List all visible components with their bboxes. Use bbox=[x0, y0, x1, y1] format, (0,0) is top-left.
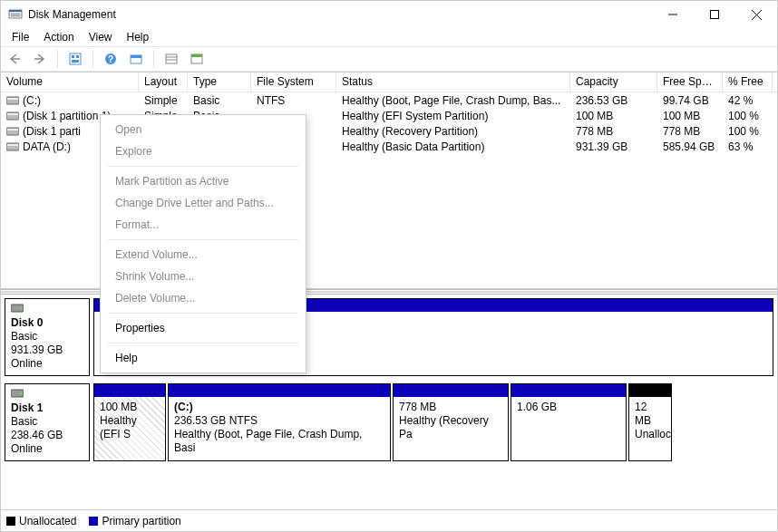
svg-rect-8 bbox=[70, 53, 81, 64]
svg-rect-11 bbox=[72, 60, 79, 63]
svg-rect-16 bbox=[166, 54, 177, 63]
disk-1-partition-3[interactable]: 1.06 GB bbox=[511, 383, 627, 461]
toolbar-icon-1[interactable] bbox=[126, 49, 146, 69]
menu-file[interactable]: File bbox=[5, 29, 36, 45]
disk-name: Disk 1 bbox=[11, 401, 83, 414]
partition-color-bar bbox=[169, 384, 390, 397]
disk-name: Disk 0 bbox=[11, 316, 83, 329]
svg-point-30 bbox=[20, 307, 22, 309]
drive-icon bbox=[6, 126, 19, 137]
col-free[interactable]: Free Spa... bbox=[657, 73, 723, 92]
col-pfree[interactable]: % Free bbox=[723, 73, 773, 92]
partition-color-bar bbox=[394, 384, 508, 397]
legend-unallocated: Unallocated bbox=[6, 515, 76, 527]
disk-management-window: Disk Management File Action View Help ? bbox=[0, 0, 778, 532]
legend-primary: Primary partition bbox=[89, 515, 180, 527]
disk-icon bbox=[11, 303, 24, 314]
ctx-properties[interactable]: Properties bbox=[101, 317, 306, 339]
maximize-button[interactable] bbox=[694, 1, 735, 28]
volume-list-header: Volume Layout Type File System Status Ca… bbox=[1, 73, 777, 92]
col-type[interactable]: Type bbox=[188, 73, 251, 92]
col-status[interactable]: Status bbox=[336, 73, 570, 92]
partition-color-bar bbox=[511, 384, 626, 397]
window-buttons bbox=[652, 1, 777, 28]
ctx-shrink[interactable]: Shrink Volume... bbox=[101, 266, 306, 287]
ctx-help[interactable]: Help bbox=[101, 347, 306, 369]
ctx-extend[interactable]: Extend Volume... bbox=[101, 244, 306, 266]
col-capacity[interactable]: Capacity bbox=[570, 73, 657, 92]
toolbar-icon-2[interactable] bbox=[161, 49, 181, 69]
menu-view[interactable]: View bbox=[82, 29, 120, 45]
svg-rect-1 bbox=[9, 10, 22, 12]
svg-rect-20 bbox=[191, 54, 202, 57]
window-title: Disk Management bbox=[28, 8, 652, 21]
svg-rect-2 bbox=[11, 14, 20, 15]
disk-state: Online bbox=[11, 442, 83, 455]
drive-icon bbox=[6, 141, 19, 152]
disk-state: Online bbox=[11, 357, 83, 370]
col-volume[interactable]: Volume bbox=[1, 73, 139, 92]
drive-icon bbox=[6, 111, 19, 121]
svg-rect-3 bbox=[11, 15, 20, 16]
partition-color-bar bbox=[629, 384, 671, 397]
back-button[interactable] bbox=[5, 49, 24, 69]
menu-action[interactable]: Action bbox=[36, 29, 81, 45]
menu-help[interactable]: Help bbox=[120, 29, 157, 45]
disk-size: 238.46 GB bbox=[11, 429, 83, 441]
disk-1-partition-4[interactable]: 12 MB Unalloc bbox=[628, 383, 672, 461]
close-button[interactable] bbox=[735, 1, 777, 28]
disk-1-partition-0[interactable]: 100 MB Healthy (EFI S bbox=[93, 383, 166, 461]
ctx-explore[interactable]: Explore bbox=[101, 140, 306, 162]
disk-size: 931.39 GB bbox=[11, 343, 83, 356]
col-fs[interactable]: File System bbox=[251, 73, 336, 92]
disk-type: Basic bbox=[11, 415, 83, 428]
volume-row[interactable]: (C:)SimpleBasicNTFSHealthy (Boot, Page F… bbox=[1, 92, 777, 108]
svg-rect-26 bbox=[7, 129, 18, 131]
context-menu: Open Explore Mark Partition as Active Ch… bbox=[100, 114, 306, 373]
svg-text:?: ? bbox=[108, 54, 113, 64]
ctx-format[interactable]: Format... bbox=[101, 214, 306, 236]
svg-rect-22 bbox=[7, 98, 18, 100]
help-icon[interactable]: ? bbox=[101, 49, 121, 69]
app-icon bbox=[8, 7, 23, 22]
toolbar-settings-icon[interactable] bbox=[65, 49, 85, 69]
svg-rect-9 bbox=[72, 55, 74, 58]
svg-rect-28 bbox=[7, 144, 18, 146]
forward-button[interactable] bbox=[30, 49, 50, 69]
partition-color-bar bbox=[94, 384, 165, 397]
ctx-mark-active[interactable]: Mark Partition as Active bbox=[101, 170, 306, 192]
disk-type: Basic bbox=[11, 330, 83, 343]
svg-rect-5 bbox=[711, 11, 719, 19]
legend: Unallocated Primary partition bbox=[1, 509, 777, 531]
disk-1-partition-2[interactable]: 778 MB Healthy (Recovery Pa bbox=[393, 383, 509, 461]
disk-1-partition-1[interactable]: (C:) 236.53 GB NTFS Healthy (Boot, Page … bbox=[168, 383, 391, 461]
svg-point-32 bbox=[20, 392, 22, 394]
svg-rect-24 bbox=[7, 113, 18, 115]
drive-icon bbox=[6, 95, 19, 106]
title-bar: Disk Management bbox=[1, 1, 777, 28]
ctx-change-letter[interactable]: Change Drive Letter and Paths... bbox=[101, 192, 306, 214]
menu-bar: File Action View Help bbox=[1, 28, 777, 46]
disk-1-parts: 100 MB Healthy (EFI S (C:) 236.53 GB NTF… bbox=[93, 383, 773, 461]
disk-1-info[interactable]: Disk 1 Basic 238.46 GB Online bbox=[5, 383, 90, 461]
ctx-open[interactable]: Open bbox=[101, 119, 306, 140]
disk-1-row: Disk 1 Basic 238.46 GB Online 100 MB Hea… bbox=[5, 383, 773, 461]
disk-0-info[interactable]: Disk 0 Basic 931.39 GB Online bbox=[5, 298, 90, 376]
ctx-delete[interactable]: Delete Volume... bbox=[101, 287, 306, 309]
toolbar-icon-3[interactable] bbox=[187, 49, 207, 69]
svg-rect-10 bbox=[76, 55, 79, 58]
toolbar: ? bbox=[1, 47, 777, 71]
svg-rect-15 bbox=[131, 55, 141, 58]
col-layout[interactable]: Layout bbox=[139, 73, 188, 92]
minimize-button[interactable] bbox=[652, 1, 694, 28]
disk-icon bbox=[11, 388, 24, 399]
